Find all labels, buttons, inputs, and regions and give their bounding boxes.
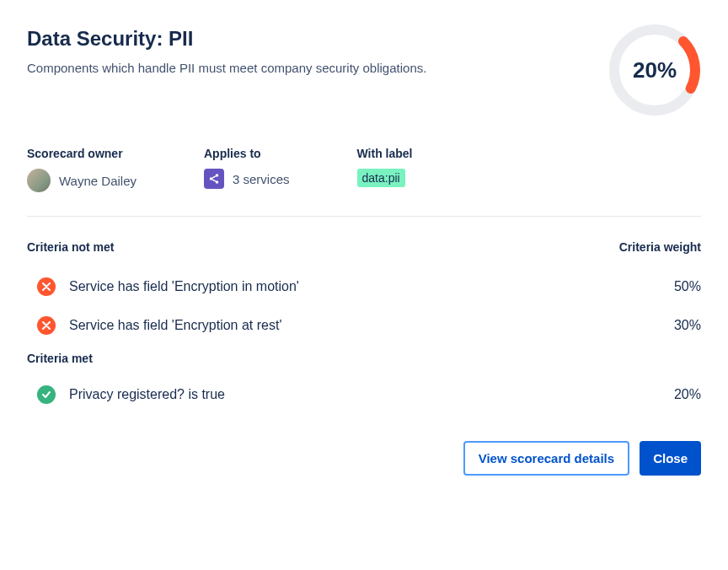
criteria-text: Service has field 'Encryption in motion' (69, 279, 650, 294)
page-description: Components which handle PII must meet co… (27, 61, 588, 75)
svg-line-4 (212, 180, 216, 181)
fail-icon (37, 277, 56, 296)
criteria-row: Service has field 'Encryption in motion'… (27, 267, 701, 306)
label-chip: data:pii (357, 169, 405, 187)
view-scorecard-details-button[interactable]: View scorecard details (463, 441, 629, 476)
applies-value: 3 services (233, 172, 290, 186)
avatar (27, 169, 51, 192)
criteria-not-met-heading: Criteria not met (27, 240, 114, 254)
svg-line-3 (212, 176, 216, 178)
progress-ring: 20% (608, 24, 701, 116)
page-title: Data Security: PII (27, 27, 588, 51)
share-icon (204, 169, 224, 189)
meta-owner: Scorecard owner Wayne Dailey (27, 147, 136, 192)
criteria-met-heading: Criteria met (27, 352, 701, 365)
criteria-text: Service has field 'Encryption at rest' (69, 318, 650, 333)
close-button[interactable]: Close (640, 441, 701, 476)
meta-with-label-label: With label (357, 147, 413, 160)
criteria-weight-heading: Criteria weight (619, 240, 701, 254)
fail-icon (37, 316, 56, 335)
svg-point-0 (216, 174, 219, 177)
meta-applies: Applies to 3 services (204, 147, 290, 192)
criteria-weight: 50% (650, 279, 701, 294)
progress-percent: 20% (608, 24, 701, 116)
criteria-row: Service has field 'Encryption at rest' 3… (27, 306, 701, 345)
check-icon (37, 385, 56, 404)
criteria-weight: 30% (650, 318, 701, 333)
meta-with-label: With label data:pii (357, 147, 413, 192)
meta-applies-label: Applies to (204, 147, 290, 160)
criteria-text: Privacy registered? is true (69, 387, 650, 402)
svg-point-2 (216, 180, 219, 184)
meta-owner-label: Scorecard owner (27, 147, 136, 160)
owner-name: Wayne Dailey (59, 174, 136, 188)
svg-point-1 (210, 177, 213, 180)
criteria-weight: 20% (650, 387, 701, 402)
criteria-row: Privacy registered? is true 20% (27, 375, 701, 414)
